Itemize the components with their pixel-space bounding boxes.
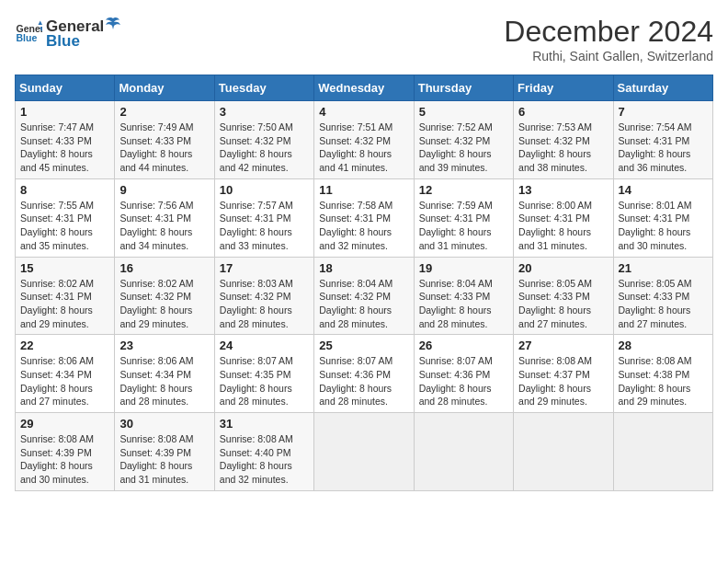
day-number: 30	[119, 417, 209, 431]
calendar-day-cell: 5Sunrise: 7:52 AMSunset: 4:32 PMDaylight…	[414, 101, 513, 179]
day-number: 2	[119, 105, 209, 119]
day-number: 25	[319, 339, 408, 352]
calendar-day-cell: 19Sunrise: 8:04 AMSunset: 4:33 PMDayligh…	[414, 257, 513, 335]
weekday-header-friday: Friday	[514, 75, 613, 101]
day-info: Sunrise: 7:59 AMSunset: 4:31 PMDaylight:…	[419, 199, 508, 253]
day-info: Sunrise: 8:08 AMSunset: 4:38 PMDaylight:…	[619, 354, 708, 408]
day-number: 10	[220, 183, 309, 197]
calendar-day-cell: 23Sunrise: 8:06 AMSunset: 4:34 PMDayligh…	[115, 335, 214, 413]
header: General Blue General Blue December 2024 …	[15, 15, 713, 63]
day-number: 11	[319, 183, 408, 197]
day-number: 5	[419, 105, 508, 119]
calendar-day-cell: 17Sunrise: 8:03 AMSunset: 4:32 PMDayligh…	[214, 257, 313, 335]
day-info: Sunrise: 8:06 AMSunset: 4:34 PMDaylight:…	[119, 354, 209, 408]
calendar-day-cell: 3Sunrise: 7:50 AMSunset: 4:32 PMDaylight…	[214, 101, 313, 179]
calendar-week-row: 1Sunrise: 7:47 AMSunset: 4:33 PMDaylight…	[16, 101, 713, 179]
day-info: Sunrise: 8:08 AMSunset: 4:39 PMDaylight:…	[20, 432, 109, 487]
calendar-day-cell: 8Sunrise: 7:55 AMSunset: 4:31 PMDaylight…	[16, 178, 115, 257]
calendar-day-cell: 28Sunrise: 8:08 AMSunset: 4:38 PMDayligh…	[613, 335, 712, 413]
calendar-week-row: 8Sunrise: 7:55 AMSunset: 4:31 PMDaylight…	[16, 178, 713, 257]
calendar-week-row: 22Sunrise: 8:06 AMSunset: 4:34 PMDayligh…	[16, 335, 713, 413]
calendar-day-cell: 11Sunrise: 7:58 AMSunset: 4:31 PMDayligh…	[314, 178, 414, 257]
weekday-header-saturday: Saturday	[613, 75, 712, 101]
day-info: Sunrise: 8:05 AMSunset: 4:33 PMDaylight:…	[619, 277, 708, 331]
calendar-day-cell: 6Sunrise: 7:53 AMSunset: 4:32 PMDaylight…	[514, 101, 613, 179]
day-number: 29	[20, 417, 109, 431]
day-number: 6	[518, 105, 608, 119]
day-number: 18	[319, 261, 408, 275]
day-info: Sunrise: 8:08 AMSunset: 4:39 PMDaylight:…	[119, 432, 209, 487]
day-number: 4	[319, 105, 408, 119]
day-info: Sunrise: 8:08 AMSunset: 4:37 PMDaylight:…	[518, 354, 608, 408]
day-number: 24	[220, 339, 309, 352]
calendar-day-cell: 4Sunrise: 7:51 AMSunset: 4:32 PMDaylight…	[314, 101, 414, 179]
day-info: Sunrise: 8:07 AMSunset: 4:36 PMDaylight:…	[419, 354, 508, 408]
day-number: 20	[518, 261, 608, 275]
title-block: December 2024 Ruthi, Saint Gallen, Switz…	[504, 15, 713, 63]
calendar-day-cell: 18Sunrise: 8:04 AMSunset: 4:32 PMDayligh…	[314, 257, 414, 335]
weekday-header-row: SundayMondayTuesdayWednesdayThursdayFrid…	[16, 75, 713, 101]
day-info: Sunrise: 8:06 AMSunset: 4:34 PMDaylight:…	[20, 354, 109, 408]
calendar-day-cell: 7Sunrise: 7:54 AMSunset: 4:31 PMDaylight…	[613, 101, 712, 179]
calendar-day-cell: 20Sunrise: 8:05 AMSunset: 4:33 PMDayligh…	[514, 257, 613, 335]
svg-text:Blue: Blue	[17, 32, 38, 43]
calendar-day-cell: 13Sunrise: 8:00 AMSunset: 4:31 PMDayligh…	[514, 178, 613, 257]
calendar-day-cell: 16Sunrise: 8:02 AMSunset: 4:32 PMDayligh…	[115, 257, 214, 335]
day-info: Sunrise: 8:07 AMSunset: 4:35 PMDaylight:…	[220, 354, 309, 408]
day-number: 28	[619, 339, 708, 352]
day-info: Sunrise: 8:08 AMSunset: 4:40 PMDaylight:…	[220, 432, 309, 487]
day-number: 14	[619, 183, 708, 197]
day-number: 13	[518, 183, 608, 197]
day-info: Sunrise: 8:02 AMSunset: 4:32 PMDaylight:…	[119, 277, 209, 331]
calendar-day-cell: 12Sunrise: 7:59 AMSunset: 4:31 PMDayligh…	[414, 178, 513, 257]
day-number: 21	[619, 261, 708, 275]
calendar-day-cell: 14Sunrise: 8:01 AMSunset: 4:31 PMDayligh…	[613, 178, 712, 257]
day-info: Sunrise: 8:02 AMSunset: 4:31 PMDaylight:…	[20, 277, 109, 331]
day-info: Sunrise: 8:00 AMSunset: 4:31 PMDaylight:…	[518, 199, 608, 253]
day-number: 22	[20, 339, 109, 352]
day-info: Sunrise: 7:58 AMSunset: 4:31 PMDaylight:…	[319, 199, 408, 253]
calendar-day-cell: 25Sunrise: 8:07 AMSunset: 4:36 PMDayligh…	[314, 335, 414, 413]
day-info: Sunrise: 8:07 AMSunset: 4:36 PMDaylight:…	[319, 354, 408, 408]
calendar-day-cell: 29Sunrise: 8:08 AMSunset: 4:39 PMDayligh…	[16, 413, 115, 491]
day-number: 31	[220, 417, 309, 431]
calendar-day-cell: 15Sunrise: 8:02 AMSunset: 4:31 PMDayligh…	[16, 257, 115, 335]
calendar-day-cell: 27Sunrise: 8:08 AMSunset: 4:37 PMDayligh…	[514, 335, 613, 413]
logo: General Blue General Blue	[15, 15, 121, 51]
day-info: Sunrise: 7:57 AMSunset: 4:31 PMDaylight:…	[220, 199, 309, 253]
calendar-day-cell: 21Sunrise: 8:05 AMSunset: 4:33 PMDayligh…	[613, 257, 712, 335]
calendar-week-row: 29Sunrise: 8:08 AMSunset: 4:39 PMDayligh…	[16, 413, 713, 491]
day-number: 12	[419, 183, 508, 197]
day-number: 8	[20, 183, 109, 197]
weekday-header-monday: Monday	[115, 75, 214, 101]
day-number: 26	[419, 339, 508, 352]
day-info: Sunrise: 7:56 AMSunset: 4:31 PMDaylight:…	[119, 199, 209, 253]
day-info: Sunrise: 7:53 AMSunset: 4:32 PMDaylight:…	[518, 121, 608, 175]
calendar-day-cell: 22Sunrise: 8:06 AMSunset: 4:34 PMDayligh…	[16, 335, 115, 413]
day-info: Sunrise: 7:51 AMSunset: 4:32 PMDaylight:…	[319, 121, 408, 175]
calendar-day-cell	[414, 413, 513, 491]
day-info: Sunrise: 7:47 AMSunset: 4:33 PMDaylight:…	[20, 121, 109, 175]
calendar-week-row: 15Sunrise: 8:02 AMSunset: 4:31 PMDayligh…	[16, 257, 713, 335]
day-number: 7	[619, 105, 708, 119]
calendar-day-cell	[514, 413, 613, 491]
day-number: 9	[119, 183, 209, 197]
day-number: 17	[220, 261, 309, 275]
day-info: Sunrise: 8:04 AMSunset: 4:32 PMDaylight:…	[319, 277, 408, 331]
day-info: Sunrise: 7:52 AMSunset: 4:32 PMDaylight:…	[419, 121, 508, 175]
calendar-day-cell: 31Sunrise: 8:08 AMSunset: 4:40 PMDayligh…	[214, 413, 313, 491]
calendar-day-cell	[613, 413, 712, 491]
calendar-day-cell: 2Sunrise: 7:49 AMSunset: 4:33 PMDaylight…	[115, 101, 214, 179]
weekday-header-thursday: Thursday	[414, 75, 513, 101]
weekday-header-tuesday: Tuesday	[214, 75, 313, 101]
day-number: 3	[220, 105, 309, 119]
calendar-day-cell: 26Sunrise: 8:07 AMSunset: 4:36 PMDayligh…	[414, 335, 513, 413]
calendar-day-cell: 30Sunrise: 8:08 AMSunset: 4:39 PMDayligh…	[115, 413, 214, 491]
day-info: Sunrise: 7:49 AMSunset: 4:33 PMDaylight:…	[119, 121, 209, 175]
day-info: Sunrise: 7:50 AMSunset: 4:32 PMDaylight:…	[220, 121, 309, 175]
logo-bird-icon	[105, 15, 121, 31]
day-info: Sunrise: 8:04 AMSunset: 4:33 PMDaylight:…	[419, 277, 508, 331]
day-number: 1	[20, 105, 109, 119]
day-number: 15	[20, 261, 109, 275]
calendar-table: SundayMondayTuesdayWednesdayThursdayFrid…	[15, 75, 713, 491]
